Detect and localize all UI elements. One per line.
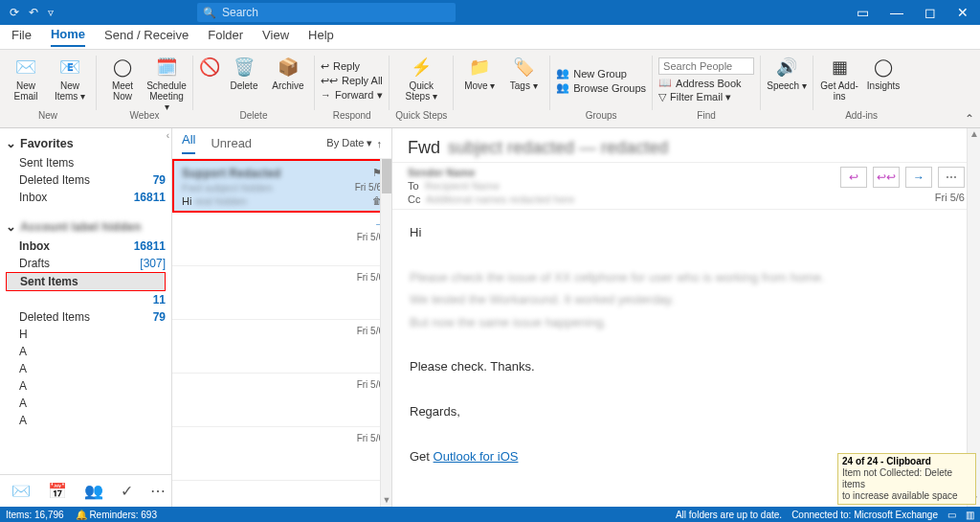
insights-button[interactable]: ◯Insights bbox=[863, 52, 903, 91]
forward-icon: → bbox=[321, 89, 331, 101]
tooltip-line: to increase available space bbox=[842, 490, 958, 501]
more-actions-button[interactable]: ⋯ bbox=[938, 167, 965, 188]
nav-folder-a3[interactable]: A bbox=[6, 377, 166, 395]
nav-unnamed-count[interactable]: 11 bbox=[6, 291, 166, 308]
nav-folder-a4[interactable]: A bbox=[6, 395, 166, 412]
reply-all-button[interactable]: ↩↩ bbox=[873, 167, 900, 188]
reply-button[interactable]: ↩Reply bbox=[321, 60, 383, 73]
sender-name: Sender Name bbox=[408, 167, 574, 178]
account-header[interactable]: ⌄Account label hidden bbox=[6, 219, 166, 234]
menu-help[interactable]: Help bbox=[308, 28, 334, 46]
nav-folder-a2[interactable]: A bbox=[6, 360, 166, 377]
undo-icon[interactable]: ↶ bbox=[29, 6, 38, 19]
group-label-quicksteps: Quick Steps bbox=[395, 109, 447, 123]
message-row-selected[interactable]: Support Redacted Fwd subject hidden Hi r… bbox=[172, 159, 391, 213]
reply-all-button[interactable]: ↩↩Reply All bbox=[321, 75, 383, 87]
message-row[interactable]: Fri 5/6 bbox=[172, 427, 391, 481]
tooltip-line: Item not Collected: Delete items bbox=[842, 467, 952, 489]
nav-folder-a1[interactable]: A bbox=[6, 343, 166, 360]
message-row[interactable]: Fri 5/6 bbox=[172, 266, 391, 320]
menu-home[interactable]: Home bbox=[51, 27, 85, 47]
search-people-input[interactable] bbox=[658, 57, 754, 75]
nav-inbox[interactable]: Inbox16811 bbox=[6, 238, 166, 255]
mail-icon[interactable]: ✉️ bbox=[11, 482, 31, 500]
nav-fav-sent[interactable]: Sent Items bbox=[6, 154, 166, 171]
group-label-speech bbox=[767, 109, 807, 123]
nav-folder-a5[interactable]: A bbox=[6, 412, 166, 429]
nav-fav-deleted[interactable]: Deleted Items79 bbox=[6, 171, 166, 189]
forward-button[interactable]: → bbox=[905, 167, 932, 188]
address-book-button[interactable]: 📖Address Book bbox=[658, 77, 754, 89]
tab-all[interactable]: All bbox=[182, 132, 195, 154]
collapse-ribbon-icon[interactable]: ⌃ bbox=[965, 112, 974, 125]
favorites-header[interactable]: ⌄Favorites bbox=[6, 136, 166, 150]
message-list-scrollbar[interactable]: ▲▼ bbox=[380, 159, 391, 507]
speech-button[interactable]: 🔊Speech ▾ bbox=[767, 52, 807, 91]
calendar-icon[interactable]: 📅 bbox=[48, 482, 67, 500]
minimize-icon[interactable]: — bbox=[890, 5, 903, 20]
scroll-thumb[interactable] bbox=[382, 159, 391, 193]
archive-button[interactable]: 📦Archive bbox=[268, 52, 308, 91]
nav-deleted[interactable]: Deleted Items79 bbox=[6, 308, 166, 326]
delete-button[interactable]: 🗑️Delete bbox=[224, 52, 264, 91]
view-normal-icon[interactable]: ▭ bbox=[947, 510, 956, 520]
message-date: Fri 5/6 bbox=[935, 192, 965, 203]
nav-sent-items[interactable]: Sent Items bbox=[6, 272, 166, 291]
scroll-up-icon[interactable]: ▲ bbox=[968, 128, 980, 142]
menu-file[interactable]: File bbox=[11, 28, 32, 46]
more-icon[interactable]: ⋯ bbox=[150, 482, 166, 500]
ignore-button[interactable]: 🚫 bbox=[199, 52, 220, 79]
schedule-meeting-button[interactable]: 🗓️Schedule Meeting ▾ bbox=[146, 52, 187, 112]
maximize-icon[interactable]: ◻ bbox=[924, 5, 936, 20]
calendar-icon: 🗓️ bbox=[155, 56, 178, 79]
message-row[interactable]: Fri 5/6 bbox=[172, 320, 391, 374]
reply-button[interactable]: ↩ bbox=[840, 167, 867, 188]
speech-icon: 🔊 bbox=[775, 56, 798, 79]
tab-unread[interactable]: Unread bbox=[211, 136, 252, 150]
reading-scrollbar[interactable]: ▲▼ bbox=[967, 128, 980, 507]
new-items-button[interactable]: 📧New Items ▾ bbox=[50, 52, 90, 102]
sync-icon[interactable]: ⟳ bbox=[10, 6, 19, 19]
new-email-button[interactable]: ✉️New Email bbox=[6, 52, 46, 102]
people-plus-icon: 👥 bbox=[556, 67, 569, 79]
menu-view[interactable]: View bbox=[262, 28, 289, 46]
menu-sendreceive[interactable]: Send / Receive bbox=[104, 28, 189, 46]
view-reading-icon[interactable]: ▥ bbox=[966, 510, 974, 520]
message-row[interactable]: Fri 5/6 bbox=[172, 374, 391, 427]
book-icon: 📖 bbox=[658, 77, 672, 89]
close-icon[interactable]: ✕ bbox=[957, 5, 969, 20]
reply-icon: ↩ bbox=[321, 60, 329, 73]
status-items: Items: 16,796 bbox=[6, 510, 64, 520]
body-line: But now the same issue happening. bbox=[410, 311, 963, 333]
get-addins-button[interactable]: ▦Get Add-ins bbox=[819, 52, 859, 102]
tags-button[interactable]: 🏷️Tags ▾ bbox=[503, 52, 544, 91]
window-icon[interactable]: ▭ bbox=[857, 5, 869, 20]
qat-dropdown-icon[interactable]: ▿ bbox=[48, 6, 54, 19]
message-list-pane: All Unread By Date ▾↑ Support Redacted F… bbox=[172, 128, 392, 507]
reply-all-icon: ↩↩ bbox=[877, 170, 896, 184]
nav-fav-inbox[interactable]: Inbox16811 bbox=[6, 189, 166, 206]
new-group-button[interactable]: 👥New Group bbox=[556, 67, 646, 79]
webex-icon: ◯ bbox=[111, 56, 134, 79]
message-row[interactable]: →Fri 5/6 bbox=[172, 213, 391, 266]
menu-folder[interactable]: Folder bbox=[208, 28, 243, 46]
status-connected: Connected to: Microsoft Exchange bbox=[791, 510, 938, 520]
outlook-ios-link[interactable]: Outlook for iOS bbox=[434, 449, 519, 464]
move-button[interactable]: 📁Move ▾ bbox=[459, 52, 500, 91]
collapse-nav-icon[interactable]: ‹ bbox=[167, 130, 169, 141]
sort-by-date[interactable]: By Date ▾↑ bbox=[326, 137, 382, 149]
browse-groups-button[interactable]: 👥Browse Groups bbox=[556, 81, 646, 94]
cc-line: Cc Additional names redacted here bbox=[408, 193, 574, 205]
forward-button[interactable]: →Forward ▾ bbox=[321, 89, 383, 102]
quick-steps-button[interactable]: ⚡Quick Steps ▾ bbox=[401, 52, 441, 102]
filter-email-button[interactable]: ▽Filter Email ▾ bbox=[658, 91, 754, 103]
nav-drafts[interactable]: Drafts[307] bbox=[6, 255, 166, 272]
nav-folder-h[interactable]: H bbox=[6, 326, 166, 343]
tasks-icon[interactable]: ✓ bbox=[121, 482, 133, 500]
global-search[interactable]: 🔍 Search bbox=[197, 3, 456, 22]
people-icon[interactable]: 👥 bbox=[84, 482, 103, 500]
ribbon: ✉️New Email 📧New Items ▾ New ◯Meet Now 🗓… bbox=[0, 50, 980, 128]
body-line: We tested the Workaround. It worked yest… bbox=[410, 288, 963, 310]
scroll-down-icon[interactable]: ▼ bbox=[381, 495, 391, 507]
meet-now-button[interactable]: ◯Meet Now bbox=[102, 52, 143, 102]
